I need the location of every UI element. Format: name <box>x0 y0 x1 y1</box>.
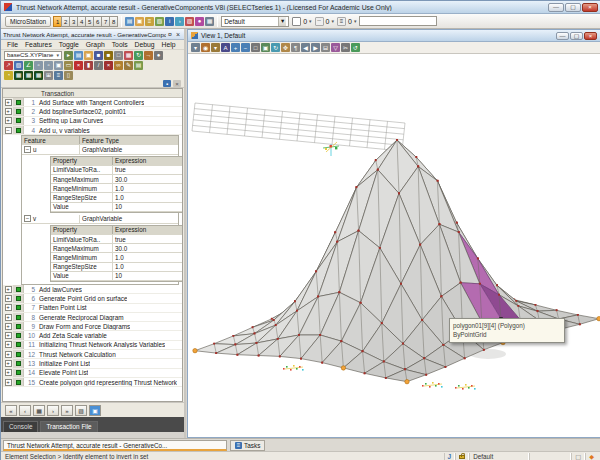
link-a-icon[interactable]: ▫ <box>34 61 43 70</box>
dock-icon[interactable]: ▪ <box>163 80 171 87</box>
line-style-attribute[interactable]: ┄ 0 ▾ <box>315 17 334 26</box>
lock-segment[interactable] <box>455 453 469 460</box>
slash-icon[interactable]: / <box>94 61 103 70</box>
transaction-row[interactable]: −4Add u, v variables <box>3 126 182 135</box>
fit-view-icon[interactable]: ▣ <box>261 43 270 52</box>
enabled-indicator[interactable] <box>13 107 24 115</box>
open-script-icon[interactable]: ▣ <box>84 51 93 60</box>
enabled-indicator[interactable] <box>13 304 24 312</box>
microstation-menu-button[interactable]: MicroStation <box>5 16 51 27</box>
go-last-button[interactable]: » <box>61 405 73 416</box>
view-toggle-8[interactable]: 8 <box>109 16 118 27</box>
menu-features[interactable]: Features <box>25 41 52 48</box>
transaction-row[interactable]: +12Thrust Network Calculation <box>3 350 182 359</box>
collapse-icon[interactable]: − <box>5 127 12 134</box>
zoom-out-icon[interactable]: − <box>241 43 250 52</box>
transaction-row[interactable]: +10Add Zeta Scale variable <box>3 331 182 340</box>
menu-toggle[interactable]: Toggle <box>59 41 79 48</box>
chevron-down-icon[interactable]: ▾ <box>56 52 59 58</box>
info-icon[interactable]: i <box>165 17 174 26</box>
doc-icon[interactable]: ▤ <box>134 61 143 70</box>
expand-icon[interactable]: + <box>5 117 12 124</box>
snap-mode-segment[interactable]: J <box>444 453 456 460</box>
zoom-in-icon[interactable]: + <box>231 43 240 52</box>
record-icon[interactable]: ◔ <box>4 71 13 80</box>
transaction-row[interactable]: +14Elevate Point List <box>3 369 182 378</box>
pin-icon[interactable]: ¤ <box>166 31 174 38</box>
expand-icon[interactable]: + <box>5 323 12 330</box>
gc-window-tab[interactable]: Thrust Network Attempt, accurate result … <box>3 440 227 451</box>
property-row[interactable]: RangeMinimum1.0 <box>51 253 183 262</box>
transaction-row[interactable]: +11Initializing Thrust Network Analysis … <box>3 341 182 350</box>
rotate-view-icon[interactable]: ↻ <box>271 43 280 52</box>
screen-3-icon[interactable]: ▦ <box>34 71 43 80</box>
monitor-button[interactable]: ▣ <box>89 405 101 416</box>
new-script-icon[interactable]: ▤ <box>74 51 83 60</box>
transaction-row[interactable]: +5Add lawCurves <box>3 285 182 294</box>
minimize-button[interactable]: — <box>548 3 564 12</box>
list-icon[interactable]: ≡ <box>54 71 63 80</box>
property-row[interactable]: RangeMaximum30.0 <box>51 244 183 253</box>
window-icon[interactable]: ▦ <box>205 17 214 26</box>
menu-help[interactable]: Help <box>162 41 176 48</box>
menu-tools[interactable]: Tools <box>112 41 128 48</box>
references-icon[interactable]: ▧ <box>155 17 164 26</box>
chevron-down-icon[interactable]: ▾ <box>278 17 286 26</box>
enabled-indicator[interactable] <box>13 126 24 134</box>
copy-icon[interactable]: ⊞ <box>44 71 53 80</box>
pair-icon[interactable]: ▮ <box>84 61 93 70</box>
graph-node-icon[interactable]: ▭ <box>64 61 73 70</box>
property-row[interactable]: RangeMaximum30.0 <box>51 175 183 184</box>
enabled-indicator[interactable] <box>13 369 24 377</box>
line-weight-attribute[interactable]: ≡ 0 ▾ <box>337 17 356 26</box>
fit-segment[interactable]: ▢ <box>571 453 585 460</box>
clip-volume-icon[interactable]: ▽ <box>331 43 340 52</box>
menu-debug[interactable]: Debug <box>135 41 155 48</box>
expand-icon[interactable]: + <box>5 108 12 115</box>
view-previous-icon[interactable]: ◀ <box>301 43 310 52</box>
menu-graph[interactable]: Graph <box>86 41 105 48</box>
step-forward-button[interactable]: › <box>47 405 59 416</box>
expand-icon[interactable]: + <box>5 369 12 376</box>
close-button[interactable]: × <box>582 3 598 12</box>
feature-row[interactable]: −vGraphVariable <box>22 215 178 224</box>
grid-view-button[interactable]: ▦ <box>33 405 45 416</box>
transaction-row[interactable]: +2Add bsplineSurface02, point01 <box>3 107 182 116</box>
curve-icon[interactable]: ∠ <box>24 61 33 70</box>
expand-icon[interactable]: + <box>5 341 12 348</box>
3d-scene[interactable] <box>188 54 600 436</box>
update-view-icon[interactable]: ↺ <box>351 43 360 52</box>
pan-view-icon[interactable]: ✥ <box>281 43 290 52</box>
property-row[interactable]: Value10 <box>51 272 183 281</box>
adjust-view-icon[interactable]: ◉ <box>201 43 210 52</box>
enabled-indicator[interactable] <box>13 98 24 106</box>
point-icon[interactable]: ↗ <box>4 61 13 70</box>
markup-icon[interactable]: ▨ <box>185 17 194 26</box>
active-level-combo[interactable]: Default ▾ <box>221 16 289 27</box>
delete-all-icon[interactable]: × <box>104 61 113 70</box>
expand-icon[interactable]: + <box>5 360 12 367</box>
restore-button[interactable]: ▢ <box>565 3 581 12</box>
close-icon[interactable]: × <box>174 31 182 38</box>
transaction-row[interactable]: +9Draw Form and Force Diagrams <box>3 322 182 331</box>
transaction-row[interactable]: +1Add Surface with Tangent Controllers <box>3 98 182 107</box>
property-row[interactable]: LimitValueToRa..true <box>51 166 183 175</box>
delete-icon[interactable]: × <box>74 61 83 70</box>
nodes-icon[interactable]: ▦ <box>124 51 133 60</box>
enabled-indicator[interactable] <box>13 117 24 125</box>
feature-row[interactable]: −uGraphVariable <box>22 145 178 154</box>
transaction-row[interactable]: +6Generate Point Grid on surface <box>3 294 182 303</box>
walk-icon[interactable]: ¶ <box>291 43 300 52</box>
open-folder-icon[interactable]: ▣ <box>135 17 144 26</box>
alert-segment[interactable]: ◆ <box>585 453 600 460</box>
enabled-indicator[interactable] <box>13 322 24 330</box>
property-row[interactable]: LimitValueToRa..true <box>51 235 183 244</box>
property-row[interactable]: RangeStepSize1.0 <box>51 263 183 272</box>
snapshot-button[interactable]: ▨ <box>75 405 87 416</box>
plane-icon[interactable]: ▧ <box>14 61 23 70</box>
expand-icon[interactable]: + <box>5 351 12 358</box>
transaction-row[interactable]: +7Flatten Point List <box>3 304 182 313</box>
transaction-row[interactable]: +8Generate Reciprocal Diagram <box>3 313 182 322</box>
layout-icon[interactable]: □ <box>114 51 123 60</box>
edit-icon[interactable]: ✎ <box>124 61 133 70</box>
